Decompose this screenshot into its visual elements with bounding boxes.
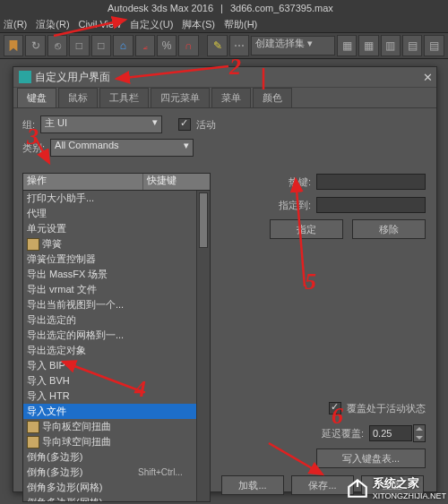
tab-quads[interactable]: 四元菜单 xyxy=(151,88,210,107)
hotkey-label: 热键: xyxy=(268,175,311,189)
menu-item[interactable]: 自定义(U) xyxy=(130,18,173,31)
tool-icon[interactable]: □ xyxy=(91,35,111,56)
snap-icon[interactable]: ⌂ xyxy=(113,35,133,56)
spinner-arrows-icon[interactable] xyxy=(413,424,426,442)
tab-mouse[interactable]: 鼠标 xyxy=(58,88,98,107)
svg-rect-0 xyxy=(19,71,31,83)
list-item[interactable]: 打印大小助手... xyxy=(23,191,197,206)
percent-snap-icon[interactable]: % xyxy=(157,35,177,56)
tab-menus[interactable]: 菜单 xyxy=(211,88,251,107)
list-item[interactable]: 弹簧位置控制器 xyxy=(23,252,197,267)
list-item[interactable]: 倒角(多边形)Shift+Ctrl... xyxy=(23,465,197,480)
list-item[interactable]: 倒角(多边形) xyxy=(23,449,197,465)
category-dropdown[interactable]: All Commands▾ xyxy=(50,139,194,157)
app-titlebar: Autodesk 3ds Max 2016 | 3d66.com_637395.… xyxy=(0,0,448,16)
list-item[interactable]: 倒角多边形(网格) xyxy=(23,480,197,495)
menu-item[interactable]: Civil View xyxy=(79,19,121,30)
assigned-label: 指定到: xyxy=(268,199,311,212)
list-item[interactable]: 倒角多边形(网格) xyxy=(23,495,197,501)
list-item[interactable]: 导出选定对象 xyxy=(23,343,197,358)
assigned-input[interactable] xyxy=(316,197,426,213)
list-item[interactable]: 导入文件 xyxy=(23,404,197,419)
tool-icon[interactable]: ▤ xyxy=(424,35,444,56)
override-label: 覆盖处于活动状态 xyxy=(347,402,426,415)
active-checkbox[interactable] xyxy=(178,118,191,131)
hotkey-input[interactable] xyxy=(316,174,426,190)
save-button[interactable]: 保存... xyxy=(291,475,354,495)
list-item[interactable]: 弹簧 xyxy=(23,236,197,252)
main-toolbar: ↻ ⎋ □ □ ⌂ ⦟ % ∩ ✎ ⋯ 创建选择集 ▾ ▦ ▦ ▥ ▤ ▤ xyxy=(0,32,448,59)
assign-button[interactable]: 指定 xyxy=(270,219,343,239)
dialog-title: 自定义用户界面 xyxy=(35,70,110,85)
col-hotkey[interactable]: 快捷键 xyxy=(143,174,210,190)
list-body: 打印大小助手...代理单元设置弹簧弹簧位置控制器导出 MassFX 场景导出 v… xyxy=(22,191,211,502)
app-icon xyxy=(19,71,31,83)
list-header[interactable]: 操作 快捷键 xyxy=(22,173,211,191)
main-menu: 渲(R) 渲染(R) Civil View 自定义(U) 脚本(S) 帮助(H) xyxy=(0,16,448,32)
tab-keyboard[interactable]: 键盘 xyxy=(17,88,56,107)
group-dropdown[interactable]: 主 UI▾ xyxy=(40,115,162,133)
tool-icon[interactable]: ⎋ xyxy=(47,35,67,56)
action-list: 操作 快捷键 打印大小助手...代理单元设置弹簧弹簧位置控制器导出 MassFX… xyxy=(22,173,211,502)
tool-icon[interactable]: ▤ xyxy=(402,35,422,56)
list-item[interactable]: 导出 MassFX 场景 xyxy=(23,267,197,282)
dialog-tabs: 键盘 鼠标 工具栏 四元菜单 菜单 颜色 xyxy=(13,88,436,108)
list-item[interactable]: 单元设置 xyxy=(23,221,197,236)
menu-item[interactable]: 脚本(S) xyxy=(182,18,215,31)
list-item[interactable]: 导入 HTR xyxy=(23,389,197,404)
watermark: 系统之家 XITONGZHIJIA.NET xyxy=(346,475,446,500)
list-item[interactable]: 导入 BVH xyxy=(23,373,197,389)
list-item[interactable]: 导出选定的网格到一... xyxy=(23,328,197,343)
delay-label: 延迟覆盖: xyxy=(322,427,364,440)
bookmark-icon[interactable] xyxy=(4,35,23,56)
list-item[interactable]: 导出选定的 xyxy=(23,312,197,328)
mirror-icon[interactable]: ▥ xyxy=(381,35,401,56)
group-label: 组: xyxy=(22,118,35,132)
selection-set-dropdown[interactable]: 创建选择集 ▾ xyxy=(251,36,335,56)
edit-icon[interactable]: ✎ xyxy=(207,35,227,56)
override-checkbox[interactable] xyxy=(329,402,341,414)
active-label: 活动 xyxy=(196,118,216,132)
list-item[interactable]: 代理 xyxy=(23,206,197,221)
remove-button[interactable]: 移除 xyxy=(352,219,426,239)
list-scrollbar[interactable] xyxy=(196,191,210,501)
list-item[interactable]: 导向板空间扭曲 xyxy=(23,419,197,434)
tool-icon[interactable]: ▦ xyxy=(337,35,357,56)
scroll-thumb[interactable] xyxy=(199,192,208,248)
magnet-icon[interactable]: ∩ xyxy=(178,35,198,56)
category-label: 类别: xyxy=(22,141,45,155)
tool-icon[interactable]: ▦ xyxy=(358,35,378,56)
menu-item[interactable]: 帮助(H) xyxy=(224,18,257,31)
close-icon[interactable]: ✕ xyxy=(418,69,436,85)
dialog-titlebar[interactable]: 自定义用户界面 ✕ xyxy=(13,67,436,88)
angle-snap-icon[interactable]: ⦟ xyxy=(135,35,155,56)
app-title: Autodesk 3ds Max 2016 xyxy=(108,3,213,13)
load-button[interactable]: 加载... xyxy=(221,475,284,495)
tab-colors[interactable]: 颜色 xyxy=(253,88,292,107)
list-item[interactable]: 导向球空间扭曲 xyxy=(23,434,197,449)
tab-toolbars[interactable]: 工具栏 xyxy=(99,88,149,107)
app-file: 3d66.com_637395.max xyxy=(230,3,333,13)
menu-item[interactable]: 渲(R) xyxy=(4,18,27,31)
customize-ui-dialog: 自定义用户界面 ✕ 键盘 鼠标 工具栏 四元菜单 菜单 颜色 组: 主 UI▾ … xyxy=(13,66,437,492)
tool-icon[interactable]: ↻ xyxy=(25,35,45,56)
list-item[interactable]: 导出当前视图到一个... xyxy=(23,297,197,312)
tool-icon[interactable]: ⋯ xyxy=(229,35,249,56)
menu-item[interactable]: 渲染(R) xyxy=(36,18,69,31)
col-action[interactable]: 操作 xyxy=(23,174,143,190)
list-item[interactable]: 导入 BIP xyxy=(23,358,197,373)
delay-spinner[interactable]: 0.25 xyxy=(369,424,426,442)
write-table-button[interactable]: 写入键盘表... xyxy=(316,448,426,468)
list-item[interactable]: 导出 vrmat 文件 xyxy=(23,282,197,297)
tool-icon[interactable]: □ xyxy=(69,35,89,56)
watermark-icon xyxy=(346,476,369,500)
